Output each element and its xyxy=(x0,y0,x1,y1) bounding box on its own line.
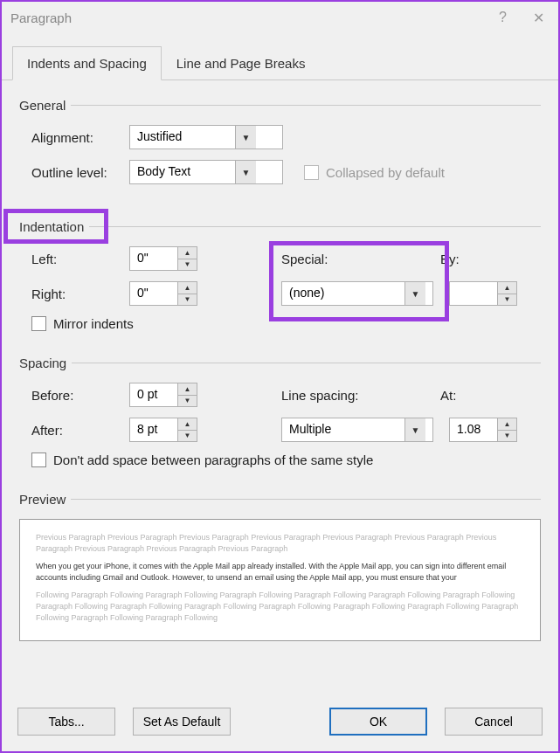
cancel-button[interactable]: Cancel xyxy=(445,708,543,736)
indent-left-spinner[interactable]: 0" ▲▼ xyxy=(129,246,197,271)
titlebar: Paragraph ? ✕ xyxy=(2,2,558,33)
spin-up-icon[interactable]: ▲ xyxy=(178,282,197,294)
outline-level-value: Body Text xyxy=(130,161,235,183)
highlight-indentation-title xyxy=(3,209,108,244)
tab-label: Line and Page Breaks xyxy=(176,56,306,71)
line-spacing-value: Multiple xyxy=(282,418,404,441)
highlight-special xyxy=(269,241,449,321)
spin-down-icon[interactable]: ▼ xyxy=(498,294,516,306)
indent-right-label: Right: xyxy=(19,287,129,301)
preview-box: Previous Paragraph Previous Paragraph Pr… xyxy=(19,519,541,641)
spin-down-icon[interactable]: ▼ xyxy=(178,396,197,407)
by-spinner[interactable]: ▲▼ xyxy=(449,281,517,306)
before-spinner[interactable]: 0 pt ▲▼ xyxy=(129,383,197,407)
checkbox-box[interactable] xyxy=(31,452,46,467)
spin-down-icon[interactable]: ▼ xyxy=(178,259,197,271)
mirror-indents-checkbox[interactable]: Mirror indents xyxy=(31,316,134,331)
indent-right-value: 0" xyxy=(130,282,177,305)
spin-up-icon[interactable]: ▲ xyxy=(178,247,197,259)
after-value: 8 pt xyxy=(130,418,177,441)
tab-label: Indents and Spacing xyxy=(27,56,147,71)
ok-button[interactable]: OK xyxy=(329,708,427,736)
paragraph-dialog: Paragraph ? ✕ Indents and Spacing Line a… xyxy=(0,0,560,753)
at-label: At: xyxy=(440,388,456,403)
group-title-preview: Preview xyxy=(19,492,541,507)
spin-up-icon[interactable]: ▲ xyxy=(498,282,516,294)
collapsed-by-default-checkbox: Collapsed by default xyxy=(304,165,445,180)
checkbox-box[interactable] xyxy=(31,316,46,331)
checkbox-box xyxy=(304,165,319,180)
spin-up-icon[interactable]: ▲ xyxy=(178,418,197,431)
help-icon[interactable]: ? xyxy=(499,10,507,25)
outline-level-combo[interactable]: Body Text ▼ xyxy=(129,160,283,184)
chevron-down-icon[interactable]: ▼ xyxy=(235,126,256,149)
group-title-general: General xyxy=(19,98,541,113)
at-spinner[interactable]: 1.08 ▲▼ xyxy=(449,418,517,442)
spin-down-icon[interactable]: ▼ xyxy=(498,431,516,442)
at-value: 1.08 xyxy=(450,418,497,441)
tab-panel: General Alignment: Justified ▼ Outline l… xyxy=(2,80,558,695)
line-spacing-label: Line spacing: xyxy=(281,388,386,403)
before-value: 0 pt xyxy=(130,383,177,406)
after-label: After: xyxy=(19,423,129,438)
mirror-indents-label: Mirror indents xyxy=(53,316,134,331)
preview-prev-text: Previous Paragraph Previous Paragraph Pr… xyxy=(36,532,524,554)
group-spacing: Spacing Before: 0 pt ▲▼ Line spacing: At… xyxy=(19,356,541,467)
before-label: Before: xyxy=(19,388,129,403)
dialog-title: Paragraph xyxy=(10,10,72,25)
indent-left-value: 0" xyxy=(130,247,177,270)
set-as-default-button[interactable]: Set As Default xyxy=(133,708,231,736)
chevron-down-icon[interactable]: ▼ xyxy=(404,418,425,441)
group-title-spacing: Spacing xyxy=(19,356,541,370)
indent-right-spinner[interactable]: 0" ▲▼ xyxy=(129,281,197,306)
tab-line-page-breaks[interactable]: Line and Page Breaks xyxy=(162,46,321,80)
close-icon[interactable]: ✕ xyxy=(528,10,550,26)
dialog-footer: Tabs... Set As Default OK Cancel xyxy=(2,695,558,751)
spin-up-icon[interactable]: ▲ xyxy=(498,418,516,431)
group-preview: Preview Previous Paragraph Previous Para… xyxy=(19,492,541,641)
after-spinner[interactable]: 8 pt ▲▼ xyxy=(129,418,197,442)
spin-down-icon[interactable]: ▼ xyxy=(178,294,197,306)
indent-left-label: Left: xyxy=(19,252,129,266)
alignment-value: Justified xyxy=(130,126,235,149)
group-general: General Alignment: Justified ▼ Outline l… xyxy=(19,98,541,184)
alignment-combo[interactable]: Justified ▼ xyxy=(129,125,283,149)
tab-strip: Indents and Spacing Line and Page Breaks xyxy=(2,33,558,80)
collapsed-label: Collapsed by default xyxy=(326,165,445,180)
spin-down-icon[interactable]: ▼ xyxy=(178,431,197,442)
dont-add-space-checkbox[interactable]: Don't add space between paragraphs of th… xyxy=(31,452,373,467)
tab-indents-spacing[interactable]: Indents and Spacing xyxy=(12,46,162,80)
preview-next-text: Following Paragraph Following Paragraph … xyxy=(36,590,524,623)
alignment-label: Alignment: xyxy=(19,130,129,145)
outline-level-label: Outline level: xyxy=(19,165,129,180)
preview-sample-text: When you get your iPhone, it comes with … xyxy=(36,561,524,583)
by-value xyxy=(450,282,497,305)
line-spacing-combo[interactable]: Multiple ▼ xyxy=(281,418,433,442)
dont-add-space-label: Don't add space between paragraphs of th… xyxy=(53,452,373,467)
chevron-down-icon[interactable]: ▼ xyxy=(235,161,256,183)
tabs-button[interactable]: Tabs... xyxy=(17,708,115,736)
spin-up-icon[interactable]: ▲ xyxy=(178,383,197,396)
